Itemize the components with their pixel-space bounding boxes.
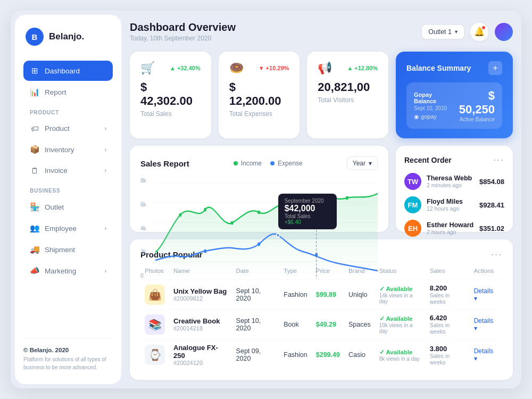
sidebar-item-shipment[interactable]: 🚚 Shipment bbox=[23, 239, 113, 260]
svg-point-11 bbox=[346, 196, 348, 200]
product-date-cell: Sept 10, 2020 bbox=[232, 280, 280, 310]
svg-point-13 bbox=[257, 243, 260, 246]
stat-card-visitors: 📢 ▲ +12.80% 20,821,00 Total Visitors bbox=[307, 52, 388, 138]
sales-sub: Sales in weeks bbox=[430, 322, 466, 335]
sidebar-label-shipment: Shipment bbox=[45, 246, 75, 254]
logo-text: Belanjo. bbox=[49, 31, 84, 42]
chevron-icon: › bbox=[105, 126, 106, 131]
sidebar-section-business: BUSINESS bbox=[23, 181, 113, 197]
sidebar-item-dashboard[interactable]: ⊞ Dashboard bbox=[23, 61, 113, 81]
logo-icon: B bbox=[26, 28, 44, 46]
chevron-icon: › bbox=[105, 147, 106, 153]
sidebar-item-marketing[interactable]: 📣 Marketing › bbox=[23, 261, 113, 281]
notification-dot bbox=[481, 26, 486, 30]
notification-bell-button[interactable]: 🔔 bbox=[470, 23, 488, 41]
sidebar-item-outlet[interactable]: 🏪 Outlet bbox=[23, 197, 113, 217]
sidebar-item-product[interactable]: 🏷 Product › bbox=[23, 119, 113, 138]
status-sub: 14k views in a day bbox=[379, 293, 421, 304]
user-avatar[interactable] bbox=[495, 23, 513, 41]
product-brand-cell: Spaces bbox=[344, 310, 375, 339]
order-info: Esther Howard 2 hours ago bbox=[427, 221, 474, 235]
product-name: Creative Book bbox=[173, 317, 228, 325]
status-badge: ✓ Available bbox=[379, 285, 421, 293]
product-status-cell: ✓ Available 10k views in a day bbox=[375, 310, 426, 339]
balance-amount-block: $ 50,250 Active Balance bbox=[453, 89, 495, 122]
sidebar-label-report: Report bbox=[45, 88, 66, 96]
svg-point-5 bbox=[179, 213, 181, 217]
main-content: Dashboard Overview Today, 10th September… bbox=[126, 11, 521, 388]
tooltip-label: Total Sales bbox=[285, 213, 330, 219]
table-row: 📚 Creative Book #20014218 Sept 10, 2020 … bbox=[140, 310, 502, 339]
balance-add-button[interactable]: + bbox=[488, 61, 502, 75]
page-date: Today, 10th September 2020 bbox=[130, 35, 236, 42]
chart-title: Sales Report bbox=[140, 159, 189, 168]
gopay-number: ◉ gopay bbox=[414, 113, 453, 120]
order-item: EH Esther Howard 2 hours ago $351.02 bbox=[404, 220, 504, 237]
expenses-value: $ 12,200.00 bbox=[229, 80, 289, 108]
order-amount: $351.02 bbox=[479, 225, 504, 232]
sales-value: 8.200 bbox=[430, 284, 466, 292]
order-item: TW Theresa Webb 2 minutes ago $854.08 bbox=[404, 173, 504, 190]
sidebar-section-product: PRODUCT bbox=[23, 103, 113, 119]
product-photo-cell: 👜 bbox=[140, 280, 169, 310]
product-thumb: ⌚ bbox=[145, 345, 165, 365]
details-button[interactable]: Details ▾ bbox=[474, 347, 498, 362]
sidebar-item-report[interactable]: 📊 Report bbox=[23, 82, 113, 102]
product-type-cell: Fashion bbox=[279, 280, 311, 310]
sidebar-item-invoice[interactable]: 🗒 Invoice › bbox=[23, 161, 113, 180]
product-name: Unix Yellow Bag bbox=[173, 287, 228, 295]
product-icon: 🏷 bbox=[30, 124, 39, 133]
product-actions-cell[interactable]: Details ▾ bbox=[470, 339, 502, 371]
product-popular-more-button[interactable]: ··· bbox=[491, 249, 502, 260]
outlet-selector[interactable]: Outlet 1 ▾ bbox=[422, 25, 464, 39]
product-date-cell: Sept 09, 2020 bbox=[232, 339, 280, 371]
dashboard-icon: ⊞ bbox=[30, 66, 39, 76]
recent-order-card: Recent Order ··· TW Theresa Webb 2 minut… bbox=[396, 146, 513, 232]
gopay-label: Gopay Balance bbox=[414, 92, 453, 104]
product-status-cell: ✓ Available 14k views in a day bbox=[375, 280, 426, 310]
sidebar-footer: © Belanjo. 2020 Platform for solutions o… bbox=[23, 338, 113, 371]
sidebar-label-employee: Employee bbox=[45, 225, 77, 232]
logo-area: B Belanjo. bbox=[23, 28, 113, 46]
sidebar-item-employee[interactable]: 👥 Employee › bbox=[23, 218, 113, 238]
balance-amount: $ 50,250 bbox=[453, 89, 495, 117]
recent-order-more-button[interactable]: ··· bbox=[493, 154, 504, 165]
product-photo-cell: ⌚ bbox=[140, 339, 169, 371]
period-selector[interactable]: Year ▾ bbox=[347, 156, 378, 170]
price-value: $99.89 bbox=[316, 291, 336, 298]
sales-stat-icon: 🛒 bbox=[140, 61, 155, 75]
sidebar-item-inventory[interactable]: 📦 Inventory › bbox=[23, 139, 113, 160]
product-actions-cell[interactable]: Details ▾ bbox=[470, 280, 502, 310]
sidebar-label-dashboard: Dashboard bbox=[45, 67, 80, 75]
gopay-info: Gopay Balance Sept 10, 2020 ◉ gopay bbox=[414, 92, 453, 120]
table-header-cell: Actions bbox=[470, 268, 502, 280]
chevron-icon: › bbox=[105, 268, 106, 274]
status-badge: ✓ Available bbox=[379, 348, 421, 356]
expenses-label: Total Expenses bbox=[229, 110, 289, 118]
status-sub: 8k views in a day bbox=[379, 356, 421, 362]
sidebar-label-inventory: Inventory bbox=[45, 146, 74, 154]
balance-card: Balance Summary + Gopay Balance Sept 10,… bbox=[396, 52, 513, 138]
shipment-icon: 🚚 bbox=[30, 245, 39, 254]
income-dot bbox=[234, 161, 238, 165]
marketing-icon: 📣 bbox=[30, 266, 39, 276]
page-header: Dashboard Overview Today, 10th September… bbox=[130, 19, 513, 44]
header-title-block: Dashboard Overview Today, 10th September… bbox=[130, 21, 236, 42]
product-brand-cell: Uniqlo bbox=[344, 280, 375, 310]
page-title: Dashboard Overview bbox=[130, 21, 236, 34]
footer-desc: Platform for solutions of all types of b… bbox=[23, 355, 113, 371]
table-header-cell: Status bbox=[375, 268, 426, 280]
details-button[interactable]: Details ▾ bbox=[474, 317, 498, 332]
order-time: 12 hours ago bbox=[427, 205, 474, 212]
product-thumb: 📚 bbox=[145, 314, 165, 335]
svg-point-7 bbox=[231, 221, 234, 225]
product-price-cell: $49.29 bbox=[312, 310, 344, 339]
details-button[interactable]: Details ▾ bbox=[474, 287, 498, 302]
svg-point-8 bbox=[257, 211, 260, 214]
product-actions-cell[interactable]: Details ▾ bbox=[470, 310, 502, 339]
visitors-stat-icon: 📢 bbox=[318, 61, 332, 75]
outlet-icon: 🏪 bbox=[30, 202, 39, 212]
balance-sublabel: Active Balance bbox=[453, 117, 495, 122]
visitors-value: 20,821,00 bbox=[318, 80, 378, 94]
chart-area: 8k 6k 4k 2k 0 bbox=[140, 178, 378, 279]
